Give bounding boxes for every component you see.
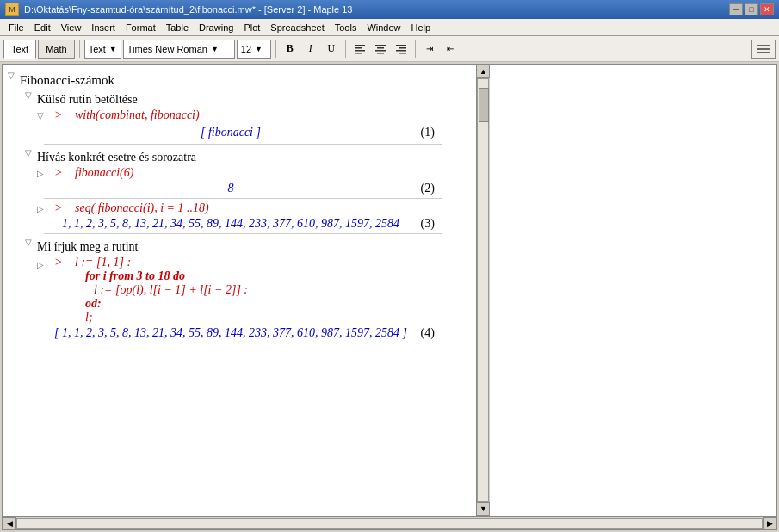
menu-insert[interactable]: Insert	[86, 21, 121, 34]
svg-rect-8	[396, 45, 406, 46]
indent-button[interactable]: ⇥	[420, 40, 439, 59]
output-center-3: 1, 1, 2, 3, 5, 8, 13, 21, 34, 55, 89, 14…	[54, 217, 407, 231]
align-left-button[interactable]	[350, 40, 369, 59]
maple-input-4-5: l;	[85, 311, 93, 324]
input-line-5: l;	[85, 311, 248, 325]
align-center-button[interactable]	[371, 40, 390, 59]
font-value: Times New Roman	[127, 44, 207, 54]
outdent-button[interactable]: ⇤	[441, 40, 460, 59]
svg-rect-12	[757, 45, 770, 46]
align-right-icon	[395, 43, 407, 55]
menu-help[interactable]: Help	[406, 21, 436, 34]
svg-rect-6	[375, 50, 386, 52]
multiline-input-4[interactable]: > l := [1, 1] : for i from 3 to 18 do	[54, 256, 248, 325]
separator-4	[415, 40, 416, 58]
svg-rect-14	[757, 52, 770, 53]
maple-output-1: [ fibonacci ]	[54, 126, 407, 139]
outer-wrapper: ▽ Fibonacci-számok ▽ Külső rutin betölté…	[0, 62, 779, 532]
svg-rect-1	[355, 47, 362, 49]
separator-2	[275, 40, 276, 58]
menu-drawing[interactable]: Drawing	[194, 21, 238, 34]
align-right-button[interactable]	[392, 40, 411, 59]
align-center-icon	[374, 43, 386, 55]
vertical-scrollbar[interactable]: ▲ ▼	[476, 65, 490, 516]
collapse-s1-2[interactable]: ▽	[25, 149, 32, 158]
menu-window[interactable]: Window	[362, 21, 405, 34]
scroll-up-button[interactable]: ▲	[476, 65, 490, 78]
menu-spreadsheet[interactable]: Spreadsheet	[265, 21, 329, 34]
menu-file[interactable]: File	[3, 21, 29, 34]
maple-input-2[interactable]: fibonacci(6)	[75, 166, 133, 180]
app-icon: M	[5, 3, 19, 16]
scroll-left-button[interactable]: ◀	[3, 517, 16, 529]
maple-output-4: [ 1, 1, 2, 3, 5, 8, 13, 21, 34, 55, 89, …	[54, 326, 407, 340]
horizontal-scrollbar[interactable]: ◀ ▶	[3, 516, 776, 529]
input-block-4: ▷ > l := [1, 1] :	[37, 256, 442, 325]
output-label-2: (2)	[407, 182, 442, 195]
maple-output-3: 1, 1, 2, 3, 5, 8, 13, 21, 34, 55, 89, 14…	[54, 217, 407, 231]
collapse-s1[interactable]: ▽	[8, 71, 15, 80]
scroll-right-button[interactable]: ▶	[763, 517, 776, 529]
maximize-button[interactable]: □	[745, 3, 758, 15]
subsection-title-kulso: Külső rutin betöltése	[37, 93, 442, 107]
scroll-down-button[interactable]: ▼	[476, 502, 490, 516]
minimize-button[interactable]: ─	[729, 3, 743, 15]
menu-edit[interactable]: Edit	[29, 21, 56, 34]
scroll-track[interactable]	[477, 78, 489, 502]
scroll-thumb[interactable]	[479, 88, 489, 122]
italic-button[interactable]: I	[301, 40, 320, 59]
maple-input-3[interactable]: seq( fibonacci(i), i = 1 ..18)	[75, 201, 209, 215]
input-line-1: > l := [1, 1] :	[54, 256, 248, 269]
close-button[interactable]: ✕	[760, 3, 774, 15]
input-block-1: ▽ > with(combinat, fibonacci)	[37, 108, 442, 122]
svg-rect-4	[375, 45, 386, 46]
options-button[interactable]	[751, 40, 776, 59]
style-dropdown-arrow: ▼	[109, 45, 117, 53]
subsection-content-mi-irjuk: Mi írjuk meg a rutint ▷ >	[37, 237, 442, 342]
menu-view[interactable]: View	[56, 21, 87, 34]
left-margin-s1-1: ▽	[20, 90, 37, 100]
collapse-i2[interactable]: ▷	[37, 169, 44, 178]
align-left-icon	[354, 43, 366, 55]
collapse-i4[interactable]: ▷	[37, 260, 44, 269]
collapse-i3[interactable]: ▷	[37, 204, 44, 213]
subsection-content-kulso: Külső rutin betöltése ▽ > with(combinat,…	[37, 90, 442, 147]
input-line-2: for i from 3 to 18 do	[85, 269, 248, 283]
maple-input-1[interactable]: with(combinat, fibonacci)	[75, 108, 200, 122]
maple-input-4-2: for i from 3 to 18 do	[85, 269, 185, 282]
style-dropdown[interactable]: Text ▼	[84, 40, 121, 59]
collapse-s1-1[interactable]: ▽	[25, 91, 32, 100]
worksheet[interactable]: ▽ Fibonacci-számok ▽ Külső rutin betölté…	[3, 65, 476, 516]
left-margin-s1-3: ▽	[20, 237, 37, 247]
svg-rect-11	[399, 53, 406, 54]
size-value: 12	[241, 44, 251, 54]
svg-rect-0	[355, 45, 365, 46]
hscroll-track[interactable]	[16, 518, 763, 529]
underline-button[interactable]: U	[322, 40, 341, 59]
prompt-3: >	[54, 201, 68, 215]
menu-plot[interactable]: Plot	[238, 21, 265, 34]
maple-input-4-3: l := [op(l), l[i − 1] + l[i − 2]] :	[94, 283, 248, 296]
menu-format[interactable]: Format	[121, 21, 161, 34]
bold-button[interactable]: B	[281, 40, 300, 59]
menubar: File Edit View Insert Format Table Drawi…	[0, 19, 779, 36]
options-icon	[757, 43, 770, 55]
collapse-s1-3[interactable]: ▽	[25, 238, 32, 247]
output-label-4: (4)	[407, 326, 442, 340]
output-label-3: (3)	[407, 217, 442, 231]
subsection-mi-irjuk: ▽ Mi írjuk meg a rutint ▷	[20, 237, 442, 342]
window-controls: ─ □ ✕	[729, 3, 774, 15]
text-tab[interactable]: Text	[3, 40, 36, 59]
menu-tools[interactable]: Tools	[330, 21, 362, 34]
collapse-i1[interactable]: ▽	[37, 111, 44, 121]
section-content-s1: Fibonacci-számok ▽ Külső rutin betöltése	[20, 70, 442, 342]
math-tab[interactable]: Math	[38, 40, 74, 59]
font-dropdown[interactable]: Times New Roman ▼	[123, 40, 235, 59]
subsection-content-hivas: Hívás konkrét esetre és sorozatra ▷ > fi…	[37, 147, 442, 237]
divider-2	[44, 198, 442, 199]
size-dropdown[interactable]: 12 ▼	[237, 40, 271, 59]
output-block-2: 8 (2)	[37, 182, 442, 195]
menu-table[interactable]: Table	[161, 21, 194, 34]
divider-1	[44, 144, 442, 145]
input-line-4: od:	[85, 297, 248, 311]
